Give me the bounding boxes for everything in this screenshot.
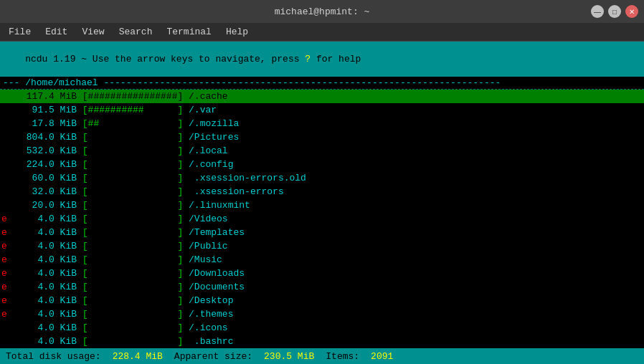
list-item[interactable]: e 4.0 KiB [ ] /Desktop xyxy=(0,294,644,307)
file-size: 804.0 KiB xyxy=(9,132,77,143)
minimize-button[interactable]: — xyxy=(591,5,604,18)
list-item[interactable]: 32.0 KiB [ ] .xsession-errors xyxy=(0,185,644,198)
usage-bar: [ ] xyxy=(82,159,183,170)
file-size: 4.0 KiB xyxy=(9,309,77,320)
list-item[interactable]: e 4.0 KiB [ ] /Music xyxy=(0,253,644,267)
file-size: 17.8 MiB xyxy=(9,118,77,129)
error-mark xyxy=(1,132,9,143)
error-mark xyxy=(1,200,9,211)
error-mark xyxy=(1,91,9,102)
file-list: 117.4 MiB [################] /.cache 91.… xyxy=(0,90,644,364)
file-size: 532.0 KiB xyxy=(9,145,77,156)
file-size: 4.0 KiB xyxy=(9,295,77,306)
menu-view[interactable]: View xyxy=(76,25,110,39)
terminal-area: ncdu 1.19 ~ Use the arrow keys to naviga… xyxy=(0,42,644,364)
file-name: /.themes xyxy=(189,309,233,320)
file-name: /.config xyxy=(189,159,233,170)
window-title: michael@hpmint: ~ xyxy=(275,6,370,17)
file-size: 60.0 KiB xyxy=(9,173,77,183)
disk-label: Total disk usage: xyxy=(6,351,101,362)
list-item[interactable]: e 4.0 KiB [ ] /Videos xyxy=(0,212,644,226)
file-name: /.linuxmint xyxy=(189,200,250,211)
usage-bar: [ ] xyxy=(82,295,183,306)
usage-bar: [ ] xyxy=(82,322,183,333)
file-name: .xsession-errors.old xyxy=(189,173,306,183)
status-bar: Total disk usage: 228.4 MiB Apparent siz… xyxy=(0,348,644,364)
usage-bar: [ ] xyxy=(82,200,183,211)
file-size: 4.0 KiB xyxy=(9,268,77,279)
list-item[interactable]: 117.4 MiB [################] /.cache xyxy=(0,90,644,103)
file-name: .xsession-errors xyxy=(189,186,284,197)
file-name: /Music xyxy=(189,254,222,265)
usage-bar: [ ] xyxy=(82,309,183,320)
error-mark: e xyxy=(1,268,9,279)
error-mark xyxy=(1,173,9,183)
error-mark xyxy=(1,336,9,347)
usage-bar: [ ] xyxy=(82,254,183,265)
error-mark xyxy=(1,322,9,333)
usage-bar: [ ] xyxy=(82,282,183,292)
file-size: 91.5 MiB xyxy=(9,105,77,115)
apparent-label: Apparent size: xyxy=(174,351,252,362)
file-size: 4.0 KiB xyxy=(9,227,77,238)
file-size: 117.4 MiB xyxy=(9,91,77,102)
file-name: /.mozilla xyxy=(189,118,239,129)
error-mark: e xyxy=(1,309,9,320)
file-name: /Videos xyxy=(189,214,228,224)
info-bar: ncdu 1.19 ~ Use the arrow keys to naviga… xyxy=(0,42,644,77)
usage-bar: [ ] xyxy=(82,145,183,156)
list-item[interactable]: 804.0 KiB [ ] /Pictures xyxy=(0,130,644,144)
info-text2: for help xyxy=(311,54,361,64)
list-item[interactable]: 532.0 KiB [ ] /.local xyxy=(0,144,644,158)
help-key: ? xyxy=(305,54,311,64)
usage-bar: [ ] xyxy=(82,214,183,224)
usage-bar: [ ] xyxy=(82,173,183,183)
list-item[interactable]: e 4.0 KiB [ ] /Downloads xyxy=(0,267,644,280)
disk-value: 228.4 MiB xyxy=(113,351,163,362)
maximize-button[interactable]: □ xyxy=(608,5,621,18)
list-item[interactable]: e 4.0 KiB [ ] /Public xyxy=(0,239,644,253)
list-item[interactable]: 4.0 KiB [ ] /.icons xyxy=(0,321,644,335)
list-item[interactable]: e 4.0 KiB [ ] /Templates xyxy=(0,226,644,239)
menu-edit[interactable]: Edit xyxy=(39,25,73,39)
error-mark xyxy=(1,159,9,170)
apparent-value: 230.5 MiB xyxy=(264,351,314,362)
error-mark: e xyxy=(1,282,9,292)
list-item[interactable]: 20.0 KiB [ ] /.linuxmint xyxy=(0,198,644,212)
error-mark: e xyxy=(1,227,9,238)
file-name: /.icons xyxy=(189,322,228,333)
path-bar: --- /home/michael ----------------------… xyxy=(0,77,644,90)
usage-bar: [## ] xyxy=(82,118,183,129)
file-name: /.local xyxy=(189,145,228,156)
list-item[interactable]: e 4.0 KiB [ ] /Documents xyxy=(0,280,644,294)
usage-bar: [ ] xyxy=(82,132,183,143)
menu-file[interactable]: File xyxy=(3,25,37,39)
items-value: 2091 xyxy=(371,351,393,362)
menu-terminal[interactable]: Terminal xyxy=(161,25,217,39)
menu-help[interactable]: Help xyxy=(220,25,254,39)
error-mark xyxy=(1,105,9,115)
menu-bar: File Edit View Search Terminal Help xyxy=(0,23,644,42)
file-size: 20.0 KiB xyxy=(9,200,77,211)
list-item[interactable]: 17.8 MiB [## ] /.mozilla xyxy=(0,117,644,130)
list-item[interactable]: e 4.0 KiB [ ] /.themes xyxy=(0,307,644,321)
file-name: /Templates xyxy=(189,227,245,238)
items-label: Items: xyxy=(326,351,359,362)
file-name: /Desktop xyxy=(189,295,233,306)
title-bar: michael@hpmint: ~ — □ ✕ xyxy=(0,0,644,23)
file-name: /Downloads xyxy=(189,268,245,279)
error-mark: e xyxy=(1,254,9,265)
list-item[interactable]: 91.5 MiB [########## ] /.var xyxy=(0,103,644,117)
file-size: 4.0 KiB xyxy=(9,241,77,252)
info-text: ncdu 1.19 ~ Use the arrow keys to naviga… xyxy=(25,54,305,64)
usage-bar: [ ] xyxy=(82,227,183,238)
list-item[interactable]: 60.0 KiB [ ] .xsession-errors.old xyxy=(0,171,644,185)
list-item[interactable]: 4.0 KiB [ ] .bashrc xyxy=(0,335,644,348)
error-mark: e xyxy=(1,295,9,306)
usage-bar: [########## ] xyxy=(82,105,183,115)
close-button[interactable]: ✕ xyxy=(625,5,638,18)
menu-search[interactable]: Search xyxy=(113,25,158,39)
error-mark xyxy=(1,145,9,156)
list-item[interactable]: 224.0 KiB [ ] /.config xyxy=(0,158,644,171)
file-size: 4.0 KiB xyxy=(9,322,77,333)
